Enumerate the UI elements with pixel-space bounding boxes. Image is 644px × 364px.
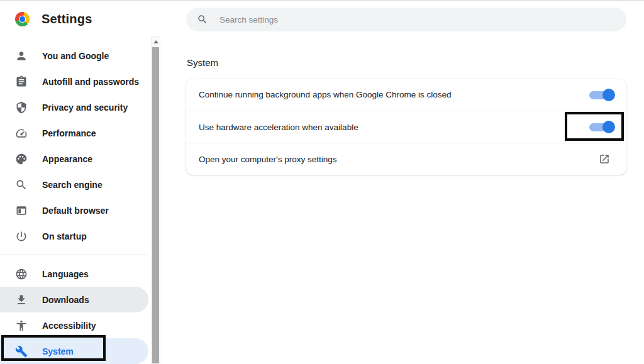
accessibility-icon	[15, 319, 28, 332]
shield-icon	[15, 101, 28, 114]
sidebar-scrollbar[interactable]	[151, 36, 160, 364]
person-icon	[15, 50, 28, 62]
sidebar-item-label: Default browser	[42, 206, 109, 216]
palette-icon	[15, 153, 28, 165]
sidebar-item-label: Downloads	[42, 295, 89, 305]
section-title: System	[187, 58, 626, 68]
scroll-up-arrow-icon	[153, 40, 158, 43]
sidebar-item-label: Appearance	[42, 154, 92, 164]
external-link-icon[interactable]	[599, 153, 610, 165]
sidebar-item-privacy-and-security[interactable]: Privacy and security	[0, 94, 148, 120]
sidebar-item-label: Autofill and passwords	[42, 77, 139, 87]
setting-label: Use hardware acceleration when available	[199, 123, 358, 132]
toggle-switch-on[interactable]	[589, 121, 615, 133]
toggle-thumb	[602, 121, 615, 133]
power-icon	[15, 230, 28, 243]
download-icon	[15, 294, 28, 306]
settings-sidebar: Settings You and GoogleAutofill and pass…	[0, 0, 161, 364]
setting-row-use-hardware-acceleration-when[interactable]: Use hardware acceleration when available	[186, 111, 626, 143]
sidebar-item-label: Accessibility	[42, 321, 96, 331]
toggle-switch-on[interactable]	[589, 89, 615, 101]
sidebar-item-you-and-google[interactable]: You and Google	[0, 43, 148, 69]
sidebar-item-on-startup[interactable]: On startup	[0, 223, 148, 249]
wrench-icon	[15, 345, 28, 358]
sidebar-item-label: System	[42, 346, 74, 356]
search-input[interactable]	[218, 14, 616, 25]
sidebar-item-autofill-and-passwords[interactable]: Autofill and passwords	[0, 69, 148, 94]
autofill-icon	[15, 75, 28, 88]
scrollbar-up-button[interactable]	[152, 36, 160, 47]
sidebar-header: Settings	[15, 12, 92, 26]
speedometer-icon	[15, 127, 28, 140]
search-icon	[197, 14, 208, 25]
sidebar-divider	[0, 255, 148, 255]
sidebar-item-label: Languages	[42, 269, 89, 279]
setting-row-open-your-computer-s[interactable]: Open your computer's proxy settings	[186, 143, 626, 175]
sidebar-item-languages[interactable]: Languages	[0, 261, 148, 287]
sidebar-item-search-engine[interactable]: Search engine	[0, 172, 148, 197]
search-icon	[15, 179, 28, 191]
sidebar-item-label: Privacy and security	[42, 102, 128, 113]
sidebar-item-accessibility[interactable]: Accessibility	[0, 312, 148, 338]
sidebar-item-label: On startup	[42, 231, 87, 241]
setting-label: Open your computer's proxy settings	[199, 155, 336, 164]
settings-main-panel: System Continue running background apps …	[186, 0, 626, 175]
chrome-logo-icon	[15, 12, 30, 26]
globe-icon	[15, 268, 28, 280]
sidebar-item-default-browser[interactable]: Default browser	[0, 197, 148, 223]
sidebar-nav: You and GoogleAutofill and passwordsPriv…	[0, 43, 148, 364]
sidebar-item-system[interactable]: System	[0, 338, 148, 364]
page-title: Settings	[42, 12, 92, 26]
browser-window-icon	[15, 204, 28, 217]
setting-row-continue-running-background-apps[interactable]: Continue running background apps when Go…	[186, 79, 626, 111]
system-settings-card: Continue running background apps when Go…	[186, 79, 626, 175]
sidebar-item-label: Performance	[42, 128, 96, 138]
setting-label: Continue running background apps when Go…	[199, 90, 452, 99]
scrollbar-thumb[interactable]	[152, 47, 159, 363]
toggle-thumb	[602, 89, 615, 101]
sidebar-item-appearance[interactable]: Appearance	[0, 146, 148, 172]
sidebar-item-label: Search engine	[42, 180, 103, 190]
search-settings-bar[interactable]	[186, 8, 626, 31]
sidebar-item-downloads[interactable]: Downloads	[0, 287, 148, 312]
sidebar-item-label: You and Google	[42, 51, 109, 61]
sidebar-item-performance[interactable]: Performance	[0, 120, 148, 146]
